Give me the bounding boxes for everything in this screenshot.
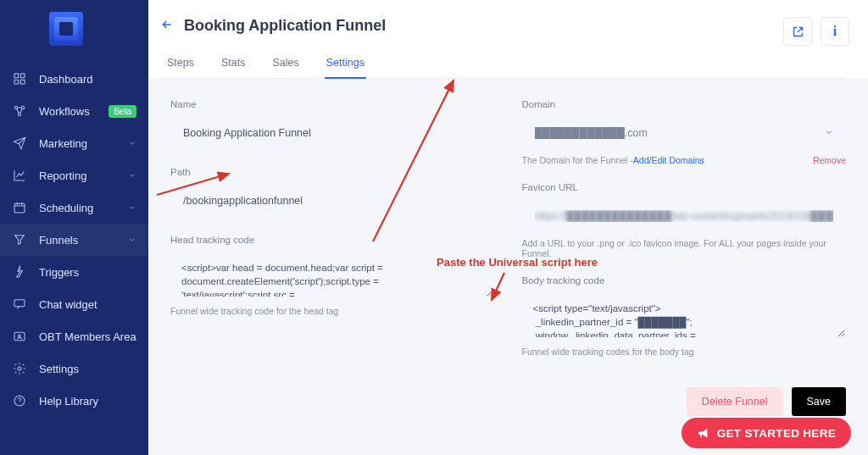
- field-name: Name: [170, 99, 495, 150]
- svg-rect-3: [20, 80, 25, 84]
- svg-point-11: [18, 367, 21, 370]
- get-started-cta[interactable]: GET STARTED HERE: [682, 418, 851, 448]
- back-button[interactable]: [160, 18, 174, 35]
- tab-stats[interactable]: Stats: [220, 50, 248, 79]
- favicon-label: Favicon URL: [522, 182, 847, 192]
- svg-rect-2: [14, 80, 19, 84]
- open-external-button[interactable]: [783, 17, 812, 46]
- domain-help: The Domain for the Funnel -Add/Edit Doma…: [522, 155, 847, 165]
- head-code-label: Head tracking code: [170, 235, 495, 245]
- tab-steps[interactable]: Steps: [165, 50, 196, 79]
- sidebar-item-label: Help Library: [39, 395, 98, 408]
- sidebar-item-workflows[interactable]: Workflows Beta: [0, 95, 148, 127]
- sidebar-item-label: Reporting: [39, 169, 86, 182]
- path-input[interactable]: [170, 184, 495, 218]
- bullhorn-icon: [697, 426, 710, 440]
- add-edit-domains-link[interactable]: Add/Edit Domains: [633, 155, 704, 165]
- workflow-icon: [12, 103, 27, 119]
- favicon-help: Add a URL to your .png or .ico favicon i…: [522, 238, 847, 258]
- head-code-textarea[interactable]: <script>var head = document.head;var scr…: [170, 252, 495, 297]
- sidebar-item-label: Settings: [39, 363, 79, 375]
- sidebar-item-scheduling[interactable]: Scheduling: [0, 191, 148, 224]
- send-icon: [12, 136, 27, 151]
- chevron-down-icon: [128, 169, 136, 182]
- sidebar-item-label: Workflows: [39, 105, 90, 118]
- chat-icon: [12, 297, 27, 312]
- tabs: Steps Stats Sales Settings: [160, 50, 844, 79]
- svg-rect-7: [14, 203, 25, 213]
- sidebar: Dashboard Workflows Beta Marketing Repor…: [0, 0, 148, 455]
- page-header: Booking Application Funnel i Steps Stats…: [148, 0, 868, 79]
- body-code-label: Body tracking code: [522, 275, 847, 286]
- field-path: Path: [170, 167, 495, 218]
- chevron-down-icon: [128, 202, 136, 214]
- sidebar-item-label: Dashboard: [39, 73, 93, 86]
- field-body-code: Body tracking code <script type="text/ja…: [522, 275, 847, 357]
- sidebar-nav: Dashboard Workflows Beta Marketing Repor…: [0, 54, 148, 417]
- sidebar-item-reporting[interactable]: Reporting: [0, 159, 148, 191]
- grid-icon: [12, 71, 27, 86]
- form-content: Name Path Head tracking code <script>var…: [148, 79, 868, 394]
- name-input[interactable]: [170, 116, 495, 150]
- field-domain: Domain The Domain for the Funnel -Add/Ed…: [522, 99, 847, 165]
- name-label: Name: [170, 99, 495, 109]
- form-left-col: Name Path Head tracking code <script>var…: [170, 99, 495, 374]
- sidebar-item-chat-widget[interactable]: Chat widget: [0, 288, 148, 320]
- body-code-help: Funnel wide tracking codes for the body …: [522, 347, 847, 357]
- sidebar-item-settings[interactable]: Settings: [0, 352, 148, 385]
- sidebar-item-help-library[interactable]: Help Library: [0, 385, 148, 417]
- chevron-down-icon: [128, 137, 136, 150]
- trigger-icon: [12, 264, 27, 280]
- svg-point-10: [19, 335, 21, 337]
- field-head-code: Head tracking code <script>var head = do…: [170, 235, 495, 316]
- sidebar-item-dashboard[interactable]: Dashboard: [0, 63, 148, 95]
- sidebar-item-label: OBT Members Area: [39, 330, 136, 343]
- tab-settings[interactable]: Settings: [325, 50, 366, 79]
- sidebar-item-funnels[interactable]: Funnels: [0, 224, 148, 256]
- external-link-icon: [792, 25, 804, 38]
- delete-funnel-button[interactable]: Delete Funnel: [687, 387, 783, 416]
- remove-domain-link[interactable]: Remove: [813, 155, 846, 165]
- sidebar-item-label: Funnels: [39, 234, 78, 247]
- path-label: Path: [170, 167, 495, 177]
- sidebar-item-label: Scheduling: [39, 202, 93, 214]
- sidebar-item-members-area[interactable]: OBT Members Area: [0, 320, 148, 352]
- svg-rect-8: [14, 300, 25, 307]
- field-favicon: Favicon URL Add a URL to your .png or .i…: [522, 182, 847, 258]
- help-icon: [12, 393, 27, 408]
- domain-label: Domain: [522, 99, 847, 109]
- info-button[interactable]: i: [821, 17, 849, 46]
- calendar-icon: [12, 200, 27, 215]
- chevron-down-icon: [128, 234, 136, 247]
- chevron-down-icon: [824, 125, 834, 141]
- sidebar-item-marketing[interactable]: Marketing: [0, 127, 148, 159]
- members-icon: [12, 329, 27, 344]
- form-right-col: Domain The Domain for the Funnel -Add/Ed…: [522, 99, 847, 374]
- form-footer: Delete Funnel Save: [687, 387, 846, 416]
- beta-badge: Beta: [108, 105, 136, 118]
- funnel-icon: [12, 232, 27, 247]
- domain-select[interactable]: [522, 116, 847, 150]
- favicon-input[interactable]: [522, 199, 847, 233]
- main-panel: Booking Application Funnel i Steps Stats…: [148, 0, 868, 455]
- sidebar-item-label: Marketing: [39, 137, 87, 150]
- svg-rect-9: [14, 332, 25, 340]
- head-code-help: Funnel wide tracking code for the head t…: [170, 306, 495, 316]
- svg-rect-0: [14, 74, 19, 78]
- info-icon: i: [833, 24, 837, 39]
- sidebar-item-label: Triggers: [39, 266, 79, 279]
- save-button[interactable]: Save: [792, 387, 847, 416]
- body-code-textarea[interactable]: <script type="text/javascript"> _linkedi…: [522, 292, 847, 338]
- app-logo: [49, 12, 83, 46]
- sidebar-item-label: Chat widget: [39, 298, 97, 311]
- gear-icon: [12, 361, 27, 376]
- page-title: Booking Application Funnel: [184, 17, 386, 35]
- tab-sales[interactable]: Sales: [270, 50, 300, 79]
- svg-rect-1: [20, 74, 25, 78]
- chart-icon: [12, 168, 27, 183]
- sidebar-item-triggers[interactable]: Triggers: [0, 256, 148, 288]
